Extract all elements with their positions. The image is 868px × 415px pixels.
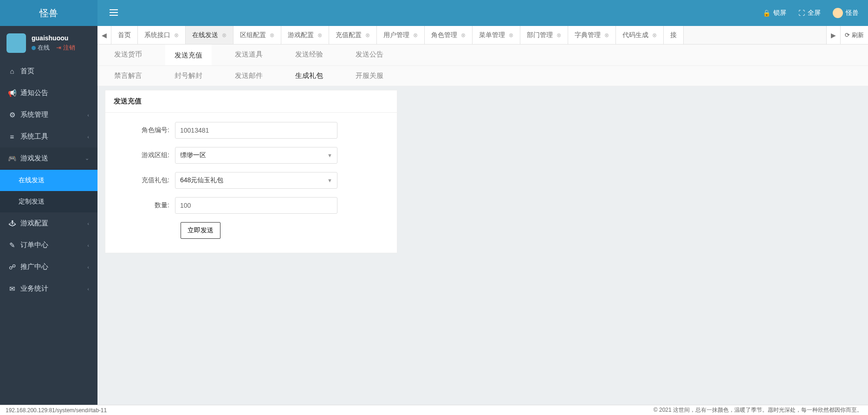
close-icon[interactable]: ⊗ xyxy=(270,32,274,38)
sidebar-item-8[interactable]: ✉业务统计‹ xyxy=(0,278,97,300)
tabs-bar: ◀ 首页系统接口⊗在线发送⊗区组配置⊗游戏配置⊗充值配置⊗用户管理⊗角色管理⊗菜… xyxy=(97,26,868,45)
zone-select[interactable]: 缥缈一区 ▼ xyxy=(175,147,337,164)
main: ◀ 首页系统接口⊗在线发送⊗区组配置⊗游戏配置⊗充值配置⊗用户管理⊗角色管理⊗菜… xyxy=(97,26,868,405)
role-id-input[interactable] xyxy=(180,127,332,134)
nav-label: 订单中心 xyxy=(20,241,48,249)
close-icon[interactable]: ⊗ xyxy=(317,32,322,38)
sub-tabs-2-item-3[interactable]: 生成礼包 xyxy=(286,66,332,86)
nav-icon: ⌂ xyxy=(8,67,16,75)
user-name: guaishuoou xyxy=(32,34,75,42)
close-icon[interactable]: ⊗ xyxy=(604,32,609,38)
submit-button[interactable]: 立即发送 xyxy=(181,222,220,239)
brand[interactable]: 怪兽 xyxy=(0,0,97,26)
row-role-id: 角色编号: xyxy=(119,122,383,139)
logout-icon: ⇥ xyxy=(56,44,61,51)
chevron-icon: ‹ xyxy=(87,243,89,248)
tab-label: 代码生成 xyxy=(622,31,648,39)
tab-9[interactable]: 部门管理⊗ xyxy=(520,26,568,44)
lock-button[interactable]: 🔒 锁屏 xyxy=(763,9,786,17)
sidebar-item-5[interactable]: 🕹游戏配置‹ xyxy=(0,212,97,234)
refresh-button[interactable]: ⟳ 刷新 xyxy=(840,26,868,44)
topbar-main: 🔒 锁屏 ⛶ 全屏 怪兽 xyxy=(97,0,868,26)
zone-label: 游戏区组: xyxy=(119,151,175,160)
sub-tabs-1-item-3[interactable]: 发送经验 xyxy=(286,45,332,65)
refresh-label: 刷新 xyxy=(852,31,864,39)
sub-tabs-2-item-2[interactable]: 发送邮件 xyxy=(226,66,272,86)
tab-0[interactable]: 首页 xyxy=(111,26,138,44)
expand-icon: ⛶ xyxy=(798,9,805,17)
row-qty: 数量: xyxy=(119,197,383,214)
sidebar-item-6[interactable]: ✎订单中心‹ xyxy=(0,234,97,256)
chevron-down-icon: ▼ xyxy=(327,178,332,183)
tab-11[interactable]: 代码生成⊗ xyxy=(616,26,664,44)
tabs-prev[interactable]: ◀ xyxy=(97,26,111,44)
close-icon[interactable]: ⊗ xyxy=(652,32,657,38)
sub-tabs-1-item-4[interactable]: 发送公告 xyxy=(346,45,393,65)
sub-tabs-2-item-1[interactable]: 封号解封 xyxy=(165,66,212,86)
nav-label: 游戏配置 xyxy=(20,219,48,228)
top-right: 🔒 锁屏 ⛶ 全屏 怪兽 xyxy=(763,8,859,18)
footer: 192.168.200.129:81/system/send#tab-11 © … xyxy=(0,405,868,415)
close-icon[interactable]: ⊗ xyxy=(413,32,418,38)
sidebar-item-1[interactable]: 📢通知公告 xyxy=(0,82,97,104)
tab-12[interactable]: 接 xyxy=(664,26,684,44)
tab-label: 充值配置 xyxy=(336,31,362,39)
close-icon[interactable]: ⊗ xyxy=(557,32,561,38)
sidebar-subitem-4-1[interactable]: 定制发送 xyxy=(0,191,97,212)
tab-8[interactable]: 菜单管理⊗ xyxy=(473,26,520,44)
panel-body: 角色编号: 游戏区组: 缥缈一区 ▼ 充值礼包: xyxy=(105,113,397,253)
username-label: 怪兽 xyxy=(846,9,859,17)
nav-icon: 🎮 xyxy=(8,154,16,163)
tab-4[interactable]: 游戏配置⊗ xyxy=(281,26,329,44)
user-menu[interactable]: 怪兽 xyxy=(833,8,859,18)
menu-toggle[interactable] xyxy=(107,6,121,20)
qty-input-wrap[interactable] xyxy=(175,197,337,214)
user-status: 在线 ⇥ 注销 xyxy=(32,44,75,52)
tab-6[interactable]: 用户管理⊗ xyxy=(377,26,425,44)
tab-label: 字典管理 xyxy=(575,31,601,39)
sidebar-item-7[interactable]: ☍推广中心‹ xyxy=(0,256,97,278)
sub-tabs-2-item-0[interactable]: 禁言解言 xyxy=(105,66,151,86)
nav-sub-label: 定制发送 xyxy=(19,198,45,206)
tabs-scroll: 首页系统接口⊗在线发送⊗区组配置⊗游戏配置⊗充值配置⊗用户管理⊗角色管理⊗菜单管… xyxy=(111,26,826,44)
nav-label: 推广中心 xyxy=(20,262,48,271)
sidebar-item-2[interactable]: ⚙系统管理‹ xyxy=(0,104,97,126)
nav-label: 通知公告 xyxy=(20,89,48,97)
chevron-icon: ‹ xyxy=(87,264,89,270)
sub-tabs-2-item-4[interactable]: 开服关服 xyxy=(346,66,393,86)
tab-label: 系统接口 xyxy=(144,31,170,39)
sub-tabs-1-item-1[interactable]: 发送充值 xyxy=(165,45,212,65)
sub-tabs-1-item-0[interactable]: 发送货币 xyxy=(105,45,151,65)
close-icon[interactable]: ⊗ xyxy=(174,32,179,38)
logout-link[interactable]: ⇥ 注销 xyxy=(56,44,75,52)
role-id-input-wrap[interactable] xyxy=(175,122,337,139)
layout: guaishuoou 在线 ⇥ 注销 ⌂首页📢通知公告⚙系统管理‹≡系统工具‹🎮… xyxy=(0,26,868,405)
tab-1[interactable]: 系统接口⊗ xyxy=(138,26,186,44)
sidebar-item-3[interactable]: ≡系统工具‹ xyxy=(0,126,97,147)
sidebar-subitem-4-0[interactable]: 在线发送 xyxy=(0,170,97,191)
pack-select[interactable]: 648元仙玉礼包 ▼ xyxy=(175,172,337,189)
tab-2[interactable]: 在线发送⊗ xyxy=(186,26,233,44)
zone-value: 缥缈一区 xyxy=(180,151,206,160)
nav-icon: 📢 xyxy=(8,89,16,97)
sidebar-item-4[interactable]: 🎮游戏发送⌄ xyxy=(0,147,97,169)
nav-icon: ✉ xyxy=(8,285,16,293)
close-icon[interactable]: ⊗ xyxy=(222,32,227,38)
sub-tabs-1-item-2[interactable]: 发送道具 xyxy=(226,45,272,65)
footer-right: © 2021 这世间，总有一抹颜色，温暖了季节。愿时光深处，每一种欣然都因你而至… xyxy=(654,406,862,414)
close-icon[interactable]: ⊗ xyxy=(461,32,466,38)
tab-label: 区组配置 xyxy=(240,31,266,39)
tabs-next[interactable]: ▶ xyxy=(826,26,840,44)
qty-input[interactable] xyxy=(180,202,332,209)
tab-label: 用户管理 xyxy=(383,31,409,39)
online-label: 在线 xyxy=(38,44,50,52)
fullscreen-button[interactable]: ⛶ 全屏 xyxy=(798,9,821,17)
close-icon[interactable]: ⊗ xyxy=(365,32,370,38)
close-icon[interactable]: ⊗ xyxy=(509,32,513,38)
sidebar-item-0[interactable]: ⌂首页 xyxy=(0,60,97,82)
tab-7[interactable]: 角色管理⊗ xyxy=(425,26,473,44)
tab-3[interactable]: 区组配置⊗ xyxy=(233,26,281,44)
tab-10[interactable]: 字典管理⊗ xyxy=(568,26,616,44)
tab-5[interactable]: 充值配置⊗ xyxy=(329,26,377,44)
nav-icon: ≡ xyxy=(8,133,16,140)
